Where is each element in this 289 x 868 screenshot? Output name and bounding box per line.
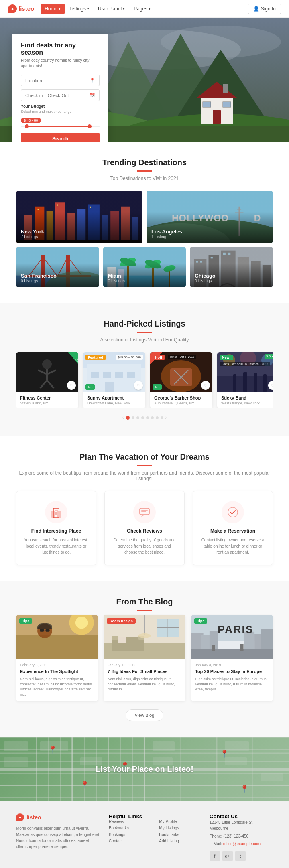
dest-sanfrancisco[interactable]: San Francisco 0 Listings	[16, 247, 99, 287]
svg-rect-125	[45, 629, 49, 632]
footer-link-reviews[interactable]: Reviews	[109, 819, 151, 824]
svg-rect-148	[191, 649, 273, 659]
listing-badge-hot: Hot!	[153, 355, 165, 360]
blog-card-1[interactable]: Tips February 5, 2019 Experience In The …	[16, 615, 98, 701]
location-input-wrapper[interactable]: 📍	[21, 75, 100, 86]
svg-rect-120	[16, 635, 98, 659]
hero-title: Find deals for any season	[21, 42, 100, 56]
facebook-icon[interactable]: f	[210, 851, 220, 861]
signin-button[interactable]: 👤 Sign In	[248, 4, 281, 14]
next-arrow[interactable]: ›	[165, 415, 167, 420]
dest-chicago[interactable]: Chicago 0 Listings	[190, 247, 273, 287]
dest-miami[interactable]: Miami 0 Listings	[103, 247, 186, 287]
blog-title: From The Blog	[16, 597, 273, 606]
dot-6[interactable]	[151, 416, 154, 419]
listing-location: Staten Island, NY	[20, 401, 74, 405]
listing-name: Sunny Apartment	[87, 395, 141, 400]
googleplus-icon[interactable]: g+	[222, 851, 233, 861]
listing-card-fitness[interactable]: NEW ♡ Fitness Center Staten Island, NY	[16, 352, 78, 408]
nav-userpanel[interactable]: User Panel ▾	[94, 4, 129, 14]
blog-tag-2: Room Design	[107, 618, 136, 624]
blog-body-1: February 5, 2019 Experience In The Spotl…	[16, 659, 98, 701]
navbar: ● listeo Home ▾ Listings ▾ User Panel ▾ …	[0, 0, 289, 18]
date-input[interactable]	[25, 93, 90, 98]
trending-section: Trending Destinations Top Destinations t…	[0, 142, 289, 303]
footer-link-bookmarks2[interactable]: Bookmarks	[159, 832, 201, 837]
dot-5[interactable]	[146, 416, 149, 419]
favorite-icon[interactable]: ♡	[201, 381, 210, 390]
blog-card-2[interactable]: Room Design January 10, 2019 7 Big Ideas…	[104, 615, 185, 701]
hero-subtitle: From cozy country homes to funky city ap…	[21, 58, 100, 69]
footer-phone: Phone: (123) 123-456	[210, 833, 273, 839]
dest-info: San Francisco 0 Listings	[21, 273, 57, 283]
footer-link-mylistings[interactable]: My Listings	[159, 826, 201, 830]
dot-1[interactable]	[126, 416, 130, 420]
dot-7[interactable]	[156, 416, 159, 419]
footer: ● listeo Morbi convallis bibendum urna u…	[0, 801, 289, 868]
footer-link-addlisting[interactable]: Add Listing	[159, 839, 201, 843]
footer-link-bookmarks1[interactable]: Bookmarks	[109, 826, 151, 830]
blog-card-3[interactable]: PARIS Tips January 3, 2019 Top 20 Places…	[191, 615, 273, 701]
nav-items: Home ▾ Listings ▾ User Panel ▾ Pages ▾	[41, 4, 248, 14]
listings-section: Hand-Picked Listings A selection of List…	[0, 303, 289, 436]
nav-listings[interactable]: Listings ▾	[65, 4, 93, 14]
footer-link-profile[interactable]: My Profile	[159, 819, 201, 824]
dot-8[interactable]	[161, 416, 163, 419]
listing-body: Fitness Center Staten Island, NY	[16, 392, 78, 408]
listing-card-band[interactable]: 5.0 ★ New! Starts From $50.00 / October …	[217, 352, 273, 408]
blog-body-2: January 10, 2019 7 Big Ideas For Small P…	[104, 659, 185, 696]
listing-card-barber[interactable]: Hot! Oct 8 – Oct 5, 2018 4.3 ♡ George's …	[150, 352, 212, 408]
dest-name: Chicago	[195, 273, 215, 279]
dot-3[interactable]	[136, 416, 139, 419]
blog-image-2: Room Design	[104, 615, 185, 659]
chevron-down-icon: ▾	[123, 7, 125, 11]
price-range-track	[21, 126, 100, 127]
dot-4[interactable]	[141, 416, 144, 419]
nav-pages[interactable]: Pages ▾	[130, 4, 155, 14]
section-divider	[137, 465, 152, 466]
footer-links-col1: Helpful Links Reviews Bookmarks Bookings…	[109, 813, 151, 861]
blog-date-2: January 10, 2019	[108, 663, 181, 667]
listing-image-barber: Hot! Oct 8 – Oct 5, 2018 4.3 ♡	[150, 352, 212, 392]
dest-info: Miami 0 Listings	[108, 273, 125, 283]
location-input[interactable]	[25, 78, 90, 83]
range-thumb-right[interactable]	[88, 124, 92, 128]
footer-email-link[interactable]: office@example.com	[223, 842, 261, 846]
dest-name: New York	[21, 229, 44, 235]
blog-text-2: Nam nisi lacus, dignissim ac tristique u…	[108, 677, 181, 692]
blog-body-3: January 3, 2019 Top 20 Places to Stay in…	[191, 659, 273, 696]
svg-rect-126	[44, 631, 45, 631]
date-input-wrapper[interactable]: 📅	[21, 89, 100, 101]
footer-link-contact[interactable]: Contact	[109, 839, 151, 843]
logo[interactable]: ● listeo	[8, 4, 34, 13]
favorite-icon[interactable]: ♡	[67, 381, 76, 390]
building-icon-wrap	[45, 501, 67, 523]
prev-arrow[interactable]: ‹	[122, 415, 124, 420]
range-thumb-left[interactable]	[25, 124, 29, 128]
plan-cards-grid: Find Interesting Place You can search fo…	[16, 491, 273, 565]
footer-link-bookings[interactable]: Bookings	[109, 832, 151, 837]
listing-date-range: Oct 8 – Oct 5, 2018	[168, 355, 196, 359]
svg-rect-113	[55, 510, 56, 511]
twitter-icon[interactable]: t	[235, 851, 246, 861]
building-icon	[50, 506, 63, 519]
listing-name: Fitness Center	[20, 395, 74, 400]
dest-name: Los Angeles	[151, 229, 182, 235]
listing-location: Auburndale, Queens, NY	[154, 401, 208, 405]
trending-subtitle: Top Destinations to Visit in 2021	[16, 176, 273, 181]
chevron-down-icon: ▾	[149, 7, 151, 11]
dest-info: New York 7 Listings	[21, 229, 44, 239]
trending-title: Trending Destinations	[16, 158, 273, 167]
dest-count: 7 Listings	[21, 235, 44, 239]
dot-2[interactable]	[132, 416, 134, 419]
plan-title: Plan The Vacation of Your Dreams	[16, 452, 273, 462]
search-button[interactable]: Search	[21, 133, 100, 142]
dest-newyork[interactable]: New York 7 Listings	[16, 191, 142, 243]
dest-losangeles[interactable]: HOLLYWOO D Los Angeles 1 Listing	[147, 191, 273, 243]
favorite-icon[interactable]: ♡	[134, 381, 143, 390]
dest-name: San Francisco	[21, 273, 57, 279]
listing-card-apartment[interactable]: Featured $15.00 – $1,000 4.3 ♡ Sunny Apa…	[83, 352, 145, 408]
nav-home[interactable]: Home ▾	[41, 4, 65, 14]
svg-rect-106	[263, 374, 267, 392]
view-blog-button[interactable]: View Blog	[126, 709, 164, 721]
